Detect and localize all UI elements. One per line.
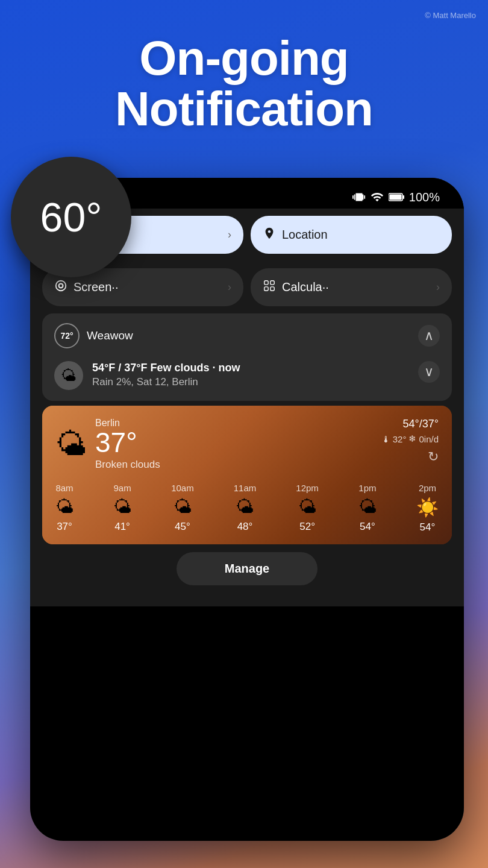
weawow-notification-card[interactable]: 72° Weawow ∧ 🌤 54°F / 37°F Few clouds · … [42, 313, 452, 401]
weather-icon-large: 🌤 [55, 426, 87, 462]
hour-temp-11am: 48° [237, 521, 253, 533]
temperature-value: 60° [40, 193, 102, 241]
temperature-bubble: 60° [11, 157, 131, 277]
hour-icon-11am: 🌤 [236, 497, 254, 517]
page-title: On-going Notification [0, 0, 488, 134]
quick-settings-row-2: Screen·· › Calcula·· › [42, 261, 452, 306]
partly-cloudy-icon: 🌤 [61, 366, 77, 385]
phone-screen: 12 100% [30, 178, 464, 841]
manage-button[interactable]: Manage [177, 552, 318, 585]
hour-icon-8am: 🌤 [55, 497, 74, 517]
weather-snow: 0in/d [419, 434, 439, 444]
hour-label-8am: 8am [55, 483, 73, 493]
notif-header: 72° Weawow ∧ [42, 313, 452, 358]
hour-icon-12pm: 🌤 [298, 497, 316, 517]
refresh-icon[interactable]: ↻ [428, 449, 439, 465]
hour-temp-9am: 41° [114, 521, 130, 533]
hour-item-11am: 11am 🌤 48° [234, 483, 257, 533]
weather-feels-like: 32° [393, 434, 407, 444]
notif-body: 🌤 54°F / 37°F Few clouds · now Rain 2%, … [42, 358, 452, 401]
notif-temp-badge: 72° [54, 323, 80, 348]
hour-icon-9am: 🌤 [113, 497, 131, 517]
notif-text-area: 54°F / 37°F Few clouds · now Rain 2%, Sa… [92, 361, 409, 388]
hour-item-10am: 10am 🌤 45° [171, 483, 194, 533]
snowflake-icon: ❄ [408, 433, 416, 444]
svg-point-5 [60, 285, 63, 288]
weather-high-low: 54°/37° [403, 418, 439, 430]
weather-details: 🌡 32° ❄ 0in/d [381, 433, 439, 444]
hour-label-9am: 9am [113, 483, 131, 493]
weather-right: 54°/37° 🌡 32° ❄ 0in/d ↻ [381, 418, 439, 465]
notif-main-text: 54°F / 37°F Few clouds · now [92, 361, 409, 375]
manage-button-area: Manage [42, 549, 452, 597]
location-quick-button[interactable]: Location [251, 216, 452, 254]
phone-frame: 12 100% [30, 178, 464, 841]
hour-temp-12pm: 52° [299, 521, 315, 533]
notif-expand-button[interactable]: ∨ [418, 361, 440, 383]
svg-rect-7 [271, 281, 274, 285]
hour-icon-1pm: 🌤 [358, 497, 377, 517]
svg-rect-1 [402, 195, 404, 199]
weather-temperature: 37° [95, 429, 160, 456]
notif-sub-text: Rain 2%, Sat 12, Berlin [92, 376, 409, 388]
hour-item-12pm: 12pm 🌤 52° [296, 483, 319, 533]
thermometer-icon: 🌡 [381, 434, 390, 444]
weather-description: Broken clouds [95, 459, 160, 471]
status-icons: 100% [352, 190, 440, 204]
weather-main-section: 🌤 Berlin 37° Broken clouds 54°/37° 🌡 [42, 406, 452, 477]
calculator-label: Calcula·· [282, 280, 329, 294]
hour-label-2pm: 2pm [419, 483, 436, 493]
location-label: Location [282, 228, 328, 242]
svg-rect-6 [264, 281, 268, 285]
copyright-text: © Matt Marello [425, 11, 476, 20]
battery-percentage: 100% [409, 190, 440, 204]
hour-temp-1pm: 54° [360, 521, 375, 533]
calculator-quick-button[interactable]: Calcula·· › [251, 268, 452, 306]
notif-temp-value: 72° [60, 331, 73, 341]
svg-rect-2 [389, 195, 401, 200]
weather-left: 🌤 Berlin 37° Broken clouds [55, 418, 160, 471]
calculator-chevron-icon: › [436, 281, 440, 294]
notif-app-name: Weawow [87, 329, 133, 342]
location-icon [263, 227, 276, 243]
hour-label-1pm: 1pm [358, 483, 376, 493]
hour-label-12pm: 12pm [296, 483, 319, 493]
calculator-icon [263, 279, 276, 295]
battery-icon [389, 190, 404, 204]
hour-temp-10am: 45° [175, 521, 190, 533]
weather-city: Berlin [95, 418, 160, 429]
hour-icon-10am: 🌤 [174, 497, 192, 517]
hour-label-10am: 10am [171, 483, 194, 493]
screen-chevron-icon: › [228, 281, 231, 294]
weather-temp-info: Berlin 37° Broken clouds [95, 418, 160, 471]
hour-item-9am: 9am 🌤 41° [113, 483, 131, 533]
hour-item-8am: 8am 🌤 37° [55, 483, 74, 533]
svg-rect-8 [264, 287, 268, 291]
weather-widget-card[interactable]: 🌤 Berlin 37° Broken clouds 54°/37° 🌡 [42, 406, 452, 544]
screen-record-label: Screen·· [74, 280, 118, 294]
notif-weather-icon: 🌤 [54, 361, 83, 390]
hour-label-11am: 11am [234, 483, 257, 493]
hour-item-2pm: 2pm ☀️ 54° [416, 483, 439, 533]
hourly-forecast: 8am 🌤 37° 9am 🌤 41° 10am 🌤 45° [42, 477, 452, 544]
vibrate-icon [352, 190, 366, 204]
hour-temp-2pm: 54° [420, 521, 436, 533]
hour-icon-2pm: ☀️ [416, 497, 439, 518]
internet-chevron-icon: › [228, 228, 231, 241]
hour-item-1pm: 1pm 🌤 54° [358, 483, 377, 533]
screen-record-icon [54, 279, 67, 295]
notification-cards: 72° Weawow ∧ 🌤 54°F / 37°F Few clouds · … [42, 313, 452, 549]
hour-temp-8am: 37° [57, 521, 72, 533]
notif-collapse-icon[interactable]: ∧ [418, 325, 440, 347]
svg-rect-9 [271, 287, 274, 291]
wifi-icon [371, 190, 384, 204]
